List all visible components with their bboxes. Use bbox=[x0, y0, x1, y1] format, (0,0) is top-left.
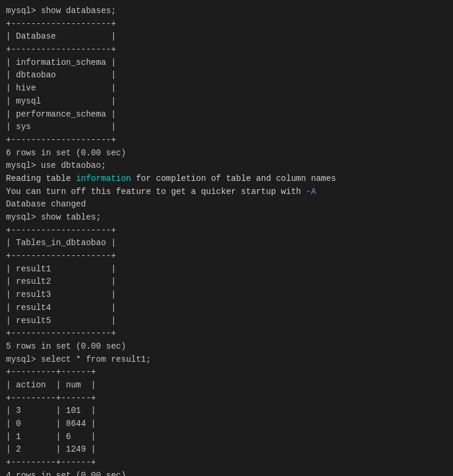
terminal-line: | mysql | bbox=[6, 95, 447, 108]
terminal-line: mysql> select * from result1; bbox=[6, 353, 447, 367]
terminal-line: mysql> show tables; bbox=[6, 211, 447, 224]
terminal-line: | dbtaobao | bbox=[6, 69, 447, 82]
terminal-line: | Tables_in_dbtaobao | bbox=[6, 237, 447, 250]
terminal-line: 6 rows in set (0.00 sec) bbox=[6, 147, 447, 160]
terminal-line: +--------------------+ bbox=[6, 327, 447, 340]
terminal-line: +--------------------+ bbox=[6, 43, 447, 57]
terminal-line: +--------------------+ bbox=[6, 224, 447, 237]
terminal-line: Reading table information for completion… bbox=[6, 173, 447, 186]
terminal-line: 5 rows in set (0.00 sec) bbox=[6, 340, 447, 353]
terminal-line: | 1 | 6 | bbox=[6, 431, 447, 444]
terminal-line: | action | num | bbox=[6, 379, 447, 392]
terminal-line: | 3 | 101 | bbox=[6, 405, 447, 418]
terminal-line: | result4 | bbox=[6, 302, 447, 315]
terminal-text-segment: You can turn off this feature to get a q… bbox=[6, 187, 306, 196]
terminal-line: | sys | bbox=[6, 121, 447, 134]
terminal-line: +---------+------+ bbox=[6, 392, 447, 405]
terminal-line: | information_schema | bbox=[6, 57, 447, 70]
terminal-text-segment: -A bbox=[306, 187, 316, 196]
terminal-line: You can turn off this feature to get a q… bbox=[6, 186, 447, 199]
terminal-line: 4 rows in set (0.00 sec) bbox=[6, 469, 447, 476]
terminal-line: +--------------------+ bbox=[6, 250, 447, 263]
terminal-line: | performance_schema | bbox=[6, 108, 447, 121]
terminal-line: mysql> use dbtaobao; bbox=[6, 159, 447, 173]
terminal-line: +--------------------+ bbox=[6, 18, 447, 31]
terminal-line: | 2 | 1249 | bbox=[6, 443, 447, 456]
terminal-line: | hive | bbox=[6, 82, 447, 95]
terminal-line: | result5 | bbox=[6, 315, 447, 328]
terminal-text-segment: for completion of table and column names bbox=[131, 174, 336, 183]
terminal-text-segment: information bbox=[76, 174, 131, 183]
terminal-line: | result1 | bbox=[6, 263, 447, 276]
terminal-window: mysql> show databases;+-----------------… bbox=[6, 5, 447, 476]
terminal-line: mysql> show databases; bbox=[6, 5, 447, 18]
terminal-line: | result3 | bbox=[6, 289, 447, 302]
terminal-line: +--------------------+ bbox=[6, 134, 447, 147]
terminal-line: Database changed bbox=[6, 198, 447, 211]
terminal-line: +---------+------+ bbox=[6, 456, 447, 469]
terminal-line: | result2 | bbox=[6, 275, 447, 289]
terminal-line: | Database | bbox=[6, 30, 447, 43]
terminal-text-segment: Reading table bbox=[6, 174, 76, 183]
terminal-line: +---------+------+ bbox=[6, 366, 447, 379]
terminal-line: | 0 | 8644 | bbox=[6, 418, 447, 431]
